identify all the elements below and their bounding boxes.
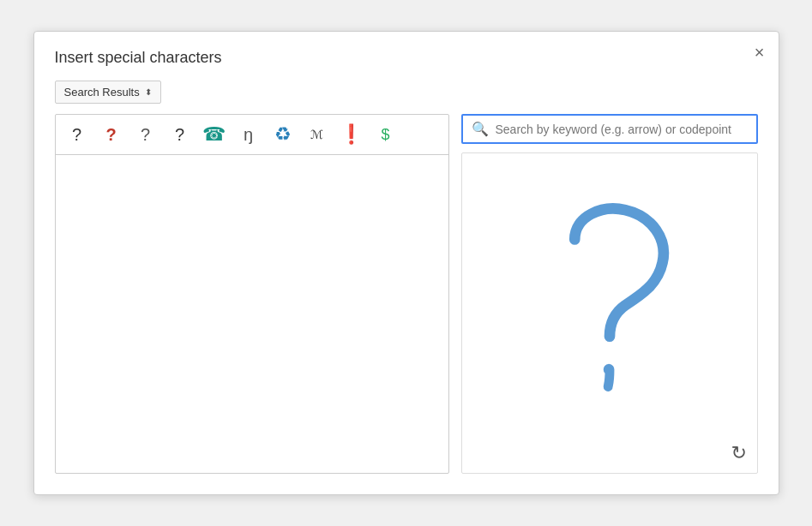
close-button[interactable]: ×	[755, 44, 765, 61]
char-cell[interactable]: ☎	[198, 118, 231, 151]
char-cell[interactable]: ❗	[335, 118, 368, 151]
char-cell[interactable]: ?	[61, 118, 93, 151]
category-dropdown[interactable]: Search Results ⬍	[55, 81, 161, 104]
dialog-title: Insert special characters	[55, 49, 758, 67]
search-icon: 🔍	[472, 121, 489, 137]
char-cell[interactable]: ?	[164, 118, 196, 151]
char-cell[interactable]: ?	[95, 118, 128, 151]
drawing-preview[interactable]: ↺	[461, 152, 758, 474]
drawn-preview-svg	[462, 153, 757, 473]
insert-special-chars-dialog: Insert special characters × Search Resul…	[33, 31, 779, 495]
search-input[interactable]	[496, 123, 748, 136]
search-box: 🔍	[461, 114, 758, 144]
content-area: ????☎ŋ♻ℳ❗$ 🔍 ↺	[55, 114, 758, 474]
character-grid: ????☎ŋ♻ℳ❗$	[56, 115, 448, 155]
reset-drawing-button[interactable]: ↺	[731, 442, 747, 464]
char-cell[interactable]: $	[370, 118, 402, 151]
char-cell[interactable]: ?	[129, 118, 162, 151]
dropdown-label: Search Results	[64, 86, 140, 99]
char-cell[interactable]: ♻	[267, 118, 299, 151]
char-cell[interactable]: ℳ	[301, 118, 334, 151]
character-grid-panel: ????☎ŋ♻ℳ❗$	[55, 114, 449, 474]
char-cell[interactable]: ŋ	[232, 118, 265, 151]
chevron-down-icon: ⬍	[145, 87, 152, 97]
right-panel: 🔍 ↺	[461, 114, 758, 474]
